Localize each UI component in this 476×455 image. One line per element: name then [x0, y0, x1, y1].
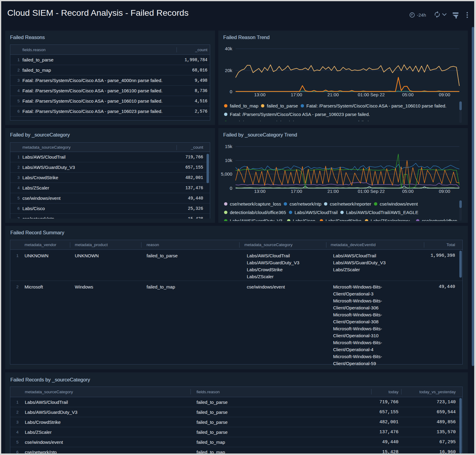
svg-text:05:00: 05:00 — [402, 92, 414, 97]
svg-text:09:00: 09:00 — [439, 92, 450, 97]
svg-text:20k: 20k — [225, 68, 233, 73]
svg-text:21:00: 21:00 — [327, 189, 339, 194]
svg-text:0: 0 — [230, 89, 232, 94]
svg-text:10k: 10k — [225, 158, 233, 163]
svg-text:15k: 15k — [225, 144, 233, 149]
svg-text:13:00: 13:00 — [254, 92, 266, 97]
svg-text:40k: 40k — [225, 46, 233, 51]
svg-text:17:00: 17:00 — [291, 92, 302, 97]
svg-text:21:00: 21:00 — [327, 92, 339, 97]
svg-text:0: 0 — [230, 186, 232, 191]
svg-text:05:00: 05:00 — [402, 189, 414, 194]
svg-text:5,000: 5,000 — [221, 171, 232, 176]
svg-text:01:00 Sep 22: 01:00 Sep 22 — [358, 189, 385, 194]
svg-text:17:00: 17:00 — [291, 189, 302, 194]
svg-text:01:00 Sep 22: 01:00 Sep 22 — [358, 92, 385, 97]
svg-text:09:00: 09:00 — [439, 189, 450, 194]
svg-text:-24h: -24h — [417, 12, 426, 18]
svg-text:13:00: 13:00 — [254, 189, 266, 194]
